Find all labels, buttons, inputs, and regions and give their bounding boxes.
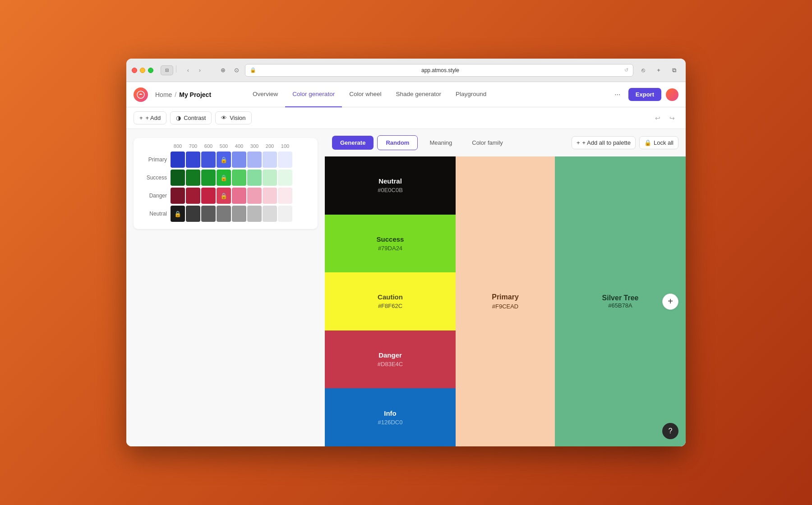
- breadcrumb-home[interactable]: Home: [155, 91, 172, 98]
- primary-100[interactable]: [278, 152, 292, 168]
- neutral-300[interactable]: [247, 206, 262, 222]
- sidebar-toggle-button[interactable]: ⊟: [161, 65, 173, 75]
- danger-700[interactable]: [186, 188, 200, 204]
- random-button[interactable]: Random: [377, 135, 418, 150]
- color-col-right[interactable]: Silver Tree #65B78A + ?: [555, 156, 686, 446]
- share-button[interactable]: ⎋: [637, 65, 650, 75]
- neutral-200[interactable]: [263, 206, 277, 222]
- reload-icon[interactable]: ↺: [624, 67, 628, 73]
- tab-color-generator[interactable]: Color generator: [285, 82, 342, 107]
- app-logo: [134, 87, 148, 102]
- danger-block-name: Danger: [378, 351, 402, 359]
- success-cells: 🔒: [171, 170, 292, 186]
- breadcrumb-separator: /: [175, 91, 176, 98]
- add-all-palette-button[interactable]: + + Add all to palette: [572, 136, 636, 149]
- neutral-700[interactable]: [186, 206, 200, 222]
- success-color-block[interactable]: Success #79DA24: [325, 215, 456, 273]
- address-bar[interactable]: 🔒 app.atmos.style ↺: [245, 64, 633, 77]
- lock-all-label: Lock all: [654, 139, 674, 146]
- main-content: 800 700 600 500 400 300 200 100 Primary: [126, 129, 686, 446]
- color-col-mid[interactable]: Primary #F9CEAD: [456, 156, 555, 446]
- primary-700[interactable]: [186, 152, 200, 168]
- add-palette-label: + Add all to palette: [582, 139, 631, 146]
- col-label-800: 800: [171, 143, 185, 149]
- danger-600[interactable]: [201, 188, 216, 204]
- danger-800[interactable]: [171, 188, 185, 204]
- forward-button[interactable]: ›: [194, 65, 205, 75]
- primary-800[interactable]: [171, 152, 185, 168]
- app-header: Home / My Project Overview Color generat…: [126, 82, 686, 107]
- danger-block-hex: #D83E4C: [378, 361, 403, 367]
- primary-400[interactable]: [232, 152, 246, 168]
- primary-300[interactable]: [247, 152, 262, 168]
- primary-200[interactable]: [263, 152, 277, 168]
- nav-tabs: Overview Color generator Color wheel Sha…: [245, 82, 604, 107]
- new-tab-button[interactable]: +: [652, 65, 665, 75]
- meaning-button[interactable]: Meaning: [421, 136, 460, 150]
- neutral-color-block[interactable]: Neutral #0E0C0B: [325, 156, 456, 215]
- vision-button[interactable]: 👁 Vision: [215, 111, 251, 124]
- sidebar-icon: ⊟: [165, 68, 169, 73]
- success-500[interactable]: 🔒: [217, 170, 231, 186]
- help-button[interactable]: ?: [662, 423, 678, 439]
- generate-button[interactable]: Generate: [332, 136, 374, 150]
- neutral-800[interactable]: 🔒: [171, 206, 185, 222]
- success-600[interactable]: [201, 170, 216, 186]
- add-icon: +: [139, 115, 143, 121]
- tab-color-wheel[interactable]: Color wheel: [342, 82, 388, 107]
- danger-400[interactable]: [232, 188, 246, 204]
- minimize-button[interactable]: [140, 68, 145, 73]
- add-color-button[interactable]: +: [662, 294, 678, 310]
- danger-200[interactable]: [263, 188, 277, 204]
- success-300[interactable]: [247, 170, 262, 186]
- color-blocks-area: Neutral #0E0C0B Success #79DA24 Caution …: [325, 156, 686, 446]
- close-button[interactable]: [132, 68, 137, 73]
- success-200[interactable]: [263, 170, 277, 186]
- windows-button[interactable]: ⧉: [668, 65, 680, 75]
- tab-playground[interactable]: Playground: [448, 82, 494, 107]
- undo-button[interactable]: ↩: [651, 112, 664, 124]
- lock-icon: 🔒: [644, 139, 651, 146]
- neutral-400[interactable]: [232, 206, 246, 222]
- success-block-name: Success: [377, 235, 404, 243]
- row-label-success: Success: [139, 174, 171, 181]
- neutral-block-name: Neutral: [378, 177, 402, 185]
- lock-all-button[interactable]: 🔒 Lock all: [639, 136, 678, 149]
- info-color-block[interactable]: Info #126DC0: [325, 388, 456, 446]
- success-100[interactable]: [278, 170, 292, 186]
- refresh-icon: ⊙: [231, 65, 241, 75]
- titlebar-controls: ⊟: [161, 65, 177, 75]
- add-label: + Add: [146, 115, 161, 121]
- undo-redo-controls: ↩ ↪: [651, 112, 678, 124]
- caution-color-block[interactable]: Caution #F8F62C: [325, 272, 456, 331]
- success-800[interactable]: [171, 170, 185, 186]
- more-options-button[interactable]: ···: [611, 88, 624, 101]
- tab-shade-generator[interactable]: Shade generator: [388, 82, 448, 107]
- tab-overview[interactable]: Overview: [245, 82, 285, 107]
- primary-600[interactable]: [201, 152, 216, 168]
- primary-500[interactable]: 🔒: [217, 152, 231, 168]
- color-family-button[interactable]: Color family: [464, 136, 511, 150]
- generate-toolbar: Generate Random Meaning Color family + +…: [325, 129, 686, 156]
- neutral-500[interactable]: [217, 206, 231, 222]
- contrast-button[interactable]: ◑ Contrast: [170, 111, 212, 124]
- success-400[interactable]: [232, 170, 246, 186]
- redo-button[interactable]: ↪: [666, 112, 678, 124]
- shade-row-danger: Danger 🔒: [139, 188, 312, 204]
- neutral-600[interactable]: [201, 206, 216, 222]
- primary-mid-hex: #F9CEAD: [492, 303, 519, 310]
- danger-color-block[interactable]: Danger #D83E4C: [325, 331, 456, 389]
- maximize-button[interactable]: [148, 68, 153, 73]
- primary-cells: 🔒: [171, 152, 292, 168]
- danger-100[interactable]: [278, 188, 292, 204]
- back-button[interactable]: ‹: [183, 65, 194, 75]
- success-700[interactable]: [186, 170, 200, 186]
- danger-500[interactable]: 🔒: [217, 188, 231, 204]
- add-button[interactable]: + + Add: [134, 111, 166, 124]
- danger-300[interactable]: [247, 188, 262, 204]
- row-label-danger: Danger: [139, 193, 171, 199]
- traffic-lights: [132, 68, 153, 73]
- primary-mid-name: Primary: [492, 293, 519, 301]
- neutral-100[interactable]: [278, 206, 292, 222]
- export-button[interactable]: Export: [628, 88, 661, 101]
